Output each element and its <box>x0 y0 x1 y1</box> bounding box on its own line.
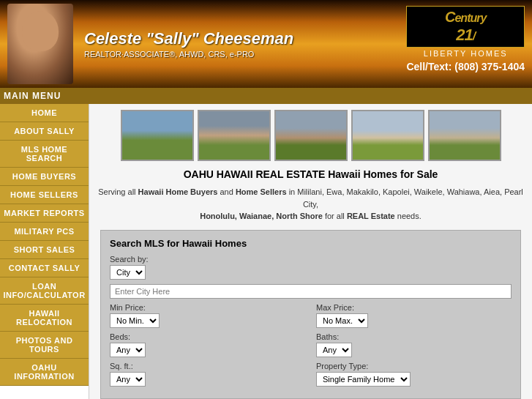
sqft-select[interactable]: Any <box>110 372 146 387</box>
property-type-select[interactable]: Single Family Home <box>316 372 411 387</box>
house-thumb-4[interactable] <box>351 110 424 161</box>
sqft-group: Sq. ft.: Any <box>110 362 305 387</box>
beds-select[interactable]: Any <box>110 343 146 357</box>
sidebar-item-contact-sally[interactable]: CONTACT SALLY <box>0 259 89 277</box>
search-by-label: Search by: <box>110 255 512 264</box>
phone-number: Cell/Text: (808) 375-1404 <box>406 61 525 72</box>
serving-text-4: Honolulu, Waianae, North Shore <box>200 212 323 220</box>
price-row: Min Price: No Min. Max Price: No Max. <box>110 303 512 328</box>
beds-group: Beds: Any <box>110 332 305 357</box>
sidebar-item-market-reports[interactable]: MARKET REPORTS <box>0 204 89 223</box>
house-thumb-5[interactable] <box>428 110 501 161</box>
serving-text-3: in Mililani, Ewa, Makakilo, Kapolei, Wai… <box>287 187 523 209</box>
agent-photo <box>7 4 73 84</box>
max-price-group: Max Price: No Max. <box>316 303 512 328</box>
century21-logo: Century21/ <box>406 6 525 48</box>
house-thumb-3[interactable] <box>274 110 348 161</box>
min-price-group: Min Price: No Min. <box>110 303 305 328</box>
beds-label: Beds: <box>110 332 305 341</box>
sqft-type-row: Sq. ft.: Any Property Type: Single Famil… <box>110 362 512 387</box>
min-price-select[interactable]: No Min. <box>110 313 160 328</box>
search-by-select[interactable]: City <box>110 265 146 280</box>
sidebar-item-hawaii-relocation[interactable]: HAWAII RELOCATION <box>0 305 89 332</box>
liberty-homes: LIBERTY HOMES <box>406 49 525 58</box>
sidebar-item-about-sally[interactable]: ABOUT SALLY <box>0 122 89 141</box>
sidebar-item-home-sellers[interactable]: HOME SELLERS <box>0 186 89 204</box>
serving-text-5: for all <box>323 212 347 220</box>
min-price-label: Min Price: <box>110 303 305 312</box>
sidebar-item-home-buyers[interactable]: HOME BUYERS <box>0 168 89 186</box>
sidebar-item-short-sales[interactable]: SHORT SALES <box>0 241 89 259</box>
baths-group: Baths: Any <box>316 332 512 357</box>
header: Celeste "Sally" Cheeseman REALTOR·ASSOCI… <box>0 0 532 88</box>
search-by-row: Search by: City <box>110 255 512 280</box>
city-input[interactable] <box>110 284 512 299</box>
photo-strip <box>97 110 525 161</box>
serving-bold-3: REAL Estate <box>347 212 395 220</box>
search-box: Search MLS for Hawaii Homes Search by: C… <box>100 230 521 399</box>
baths-select[interactable]: Any <box>316 343 352 357</box>
serving-bold-2: Home Sellers <box>236 187 287 196</box>
serving-text: Serving all Hawaii Home Buyers and Home … <box>97 186 525 223</box>
sidebar-item-loan-info/calculator[interactable]: LOAN Info/Calculator <box>0 277 89 305</box>
sidebar-item-mls-home-search[interactable]: MLS HOME SEARCH <box>0 141 89 168</box>
sqft-label: Sq. ft.: <box>110 362 305 370</box>
serving-bold-1: Hawaii Home Buyers <box>138 187 218 196</box>
max-price-label: Max Price: <box>316 303 512 312</box>
sidebar-item-oahu-information[interactable]: OAHU Information <box>0 359 89 386</box>
content-area[interactable]: OAHU HAWAII REAL ESTATE Hawaii Homes for… <box>89 104 532 399</box>
sidebar: HOMEABOUT SALLYMLS HOME SEARCHHOME BUYER… <box>0 104 89 399</box>
beds-baths-row: Beds: Any Baths: Any <box>110 332 512 357</box>
serving-text-6: needs. <box>395 212 422 220</box>
page-title: OAHU HAWAII REAL ESTATE Hawaii Homes for… <box>97 168 525 180</box>
main-layout: HOMEABOUT SALLYMLS HOME SEARCHHOME BUYER… <box>0 104 532 399</box>
header-logo: Century21/ LIBERTY HOMES Cell/Text: (808… <box>406 6 525 72</box>
baths-label: Baths: <box>316 332 512 341</box>
property-type-group: Property Type: Single Family Home <box>316 362 512 387</box>
search-box-title: Search MLS for Hawaii Homes <box>110 238 512 249</box>
max-price-select[interactable]: No Max. <box>316 313 368 328</box>
house-thumb-2[interactable] <box>198 110 271 161</box>
house-thumb-1[interactable] <box>121 110 194 161</box>
sidebar-item-photos-and-tours[interactable]: PHOTOS and TOURS <box>0 332 89 359</box>
sidebar-item-military-pcs[interactable]: MILITARY PCS <box>0 223 89 241</box>
serving-text-1: Serving all <box>98 187 138 196</box>
sidebar-item-home[interactable]: HOME <box>0 104 89 122</box>
nav-bar: MAIN MENU <box>0 88 532 104</box>
serving-text-2: and <box>217 187 235 196</box>
city-input-row <box>110 284 512 299</box>
main-menu-label: MAIN MENU <box>4 91 61 101</box>
property-type-label: Property Type: <box>316 362 512 370</box>
